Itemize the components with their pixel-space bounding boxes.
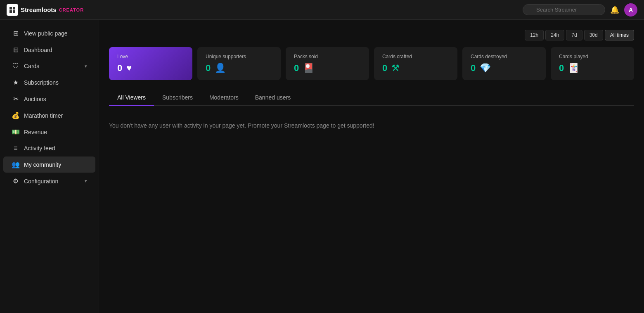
sidebar-item-my-community[interactable]: 👥 My community [3, 156, 95, 173]
sidebar-item-cards[interactable]: 🛡 Cards ▾ [3, 58, 95, 74]
stat-icon-cards-destroyed: 💎 [480, 63, 491, 74]
sidebar-label-subscriptions: Subscriptions [24, 79, 59, 86]
sidebar-icon-cards: 🛡 [12, 62, 20, 70]
sidebar-icon-subscriptions: ★ [12, 78, 20, 86]
sidebar-label-revenue: Revenue [24, 129, 47, 135]
stat-label-unique-supporters: Unique supporters [206, 54, 272, 59]
sidebar-icon-marathon-timer: 💰 [12, 111, 20, 119]
stat-label-cards-crafted: Cards crafted [382, 54, 449, 59]
sidebar-label-dashboard: Dashboard [24, 47, 52, 53]
stat-icon-love: ♥ [126, 63, 132, 74]
stat-icon-cards-crafted: ⚒ [391, 63, 400, 74]
stat-icon-packs-sold: 🎴 [303, 63, 314, 74]
stat-label-cards-played: Cards played [559, 54, 626, 59]
sidebar-item-view-public[interactable]: ⊞ View public page [3, 25, 95, 41]
sidebar-item-revenue[interactable]: 💵 Revenue [3, 124, 95, 140]
creator-badge: CREATOR [59, 7, 84, 12]
sidebar-item-configuration[interactable]: ⚙ Configuration ▾ [3, 173, 95, 189]
stat-value-unique-supporters: 0 [206, 63, 211, 74]
stat-card-unique-supporters: Unique supporters 0 👤 [197, 47, 281, 80]
svg-rect-0 [9, 7, 12, 9]
stat-value-row-love: 0 ♥ [117, 63, 184, 74]
time-filter-all-times[interactable]: All times [605, 30, 634, 40]
stat-label-packs-sold: Packs sold [294, 54, 361, 59]
sidebar: ⊞ View public page ⊟ Dashboard 🛡 Cards ▾… [0, 20, 99, 313]
logo: Streamloots CREATOR [7, 4, 84, 16]
app-name: Streamloots [21, 6, 57, 13]
stat-icon-unique-supporters: 👤 [215, 63, 226, 74]
stat-card-cards-destroyed: Cards destroyed 0 💎 [462, 47, 546, 80]
sidebar-label-activity-feed: Activity feed [24, 145, 55, 152]
search-input[interactable] [523, 4, 605, 15]
stat-value-cards-destroyed: 0 [471, 63, 476, 74]
sidebar-item-dashboard[interactable]: ⊟ Dashboard [3, 42, 95, 58]
community-tab-subscribers[interactable]: Subscribers [154, 90, 201, 106]
sidebar-icon-configuration: ⚙ [12, 177, 20, 185]
stat-value-row-cards-destroyed: 0 💎 [471, 63, 537, 74]
chevron-icon-cards: ▾ [85, 64, 87, 69]
sidebar-icon-revenue: 💵 [12, 128, 20, 136]
topnav: Streamloots CREATOR 🔍 🔔 A [0, 0, 644, 20]
sidebar-label-cards: Cards [24, 63, 39, 69]
svg-rect-2 [9, 10, 12, 13]
stat-label-love: Love [117, 54, 184, 59]
time-filter-7d[interactable]: 7d [566, 30, 582, 40]
search-wrap: 🔍 [523, 4, 605, 15]
time-filter-30d[interactable]: 30d [584, 30, 603, 40]
main-content: 12h24h7d30dAll times Love 0 ♥ Unique sup… [99, 20, 644, 313]
stat-icon-cards-played: 🃏 [568, 63, 579, 74]
sidebar-icon-activity-feed: ≡ [12, 145, 20, 152]
stat-value-row-cards-played: 0 🃏 [559, 63, 626, 74]
time-filter-24h[interactable]: 24h [545, 30, 564, 40]
empty-state-message: You don't have any user with activity in… [109, 114, 634, 137]
chevron-icon-configuration: ▾ [85, 178, 87, 184]
svg-rect-3 [13, 10, 15, 13]
topnav-right: 🔍 🔔 A [523, 3, 637, 17]
sidebar-icon-auctions: ✂ [12, 95, 20, 103]
sidebar-label-marathon-timer: Marathon timer [24, 112, 63, 119]
sidebar-item-auctions[interactable]: ✂ Auctions [3, 91, 95, 107]
sidebar-icon-my-community: 👥 [12, 161, 20, 168]
stat-value-packs-sold: 0 [294, 63, 299, 74]
logo-icon [7, 4, 18, 16]
stat-value-cards-played: 0 [559, 63, 564, 74]
sidebar-item-activity-feed[interactable]: ≡ Activity feed [3, 140, 95, 156]
stat-card-cards-played: Cards played 0 🃏 [551, 47, 634, 80]
stat-card-love: Love 0 ♥ [109, 47, 192, 80]
stat-value-row-unique-supporters: 0 👤 [206, 63, 272, 74]
sidebar-label-auctions: Auctions [24, 96, 46, 102]
community-tab-banned-users[interactable]: Banned users [247, 90, 299, 106]
community-tabs: All ViewersSubscribersModeratorsBanned u… [109, 90, 634, 106]
stat-value-love: 0 [117, 63, 122, 74]
sidebar-icon-dashboard: ⊟ [12, 46, 20, 54]
community-tab-all-viewers[interactable]: All Viewers [109, 90, 154, 106]
stats-row: Love 0 ♥ Unique supporters 0 👤 Packs sol… [109, 47, 634, 80]
sidebar-item-subscriptions[interactable]: ★ Subscriptions [3, 74, 95, 90]
sidebar-item-marathon-timer[interactable]: 💰 Marathon timer [3, 107, 95, 123]
sidebar-label-view-public: View public page [24, 30, 68, 37]
time-filter: 12h24h7d30dAll times [109, 30, 634, 40]
svg-rect-1 [13, 7, 15, 9]
sidebar-icon-view-public: ⊞ [12, 29, 20, 37]
notification-icon[interactable]: 🔔 [610, 5, 619, 14]
stat-value-row-packs-sold: 0 🎴 [294, 63, 361, 74]
sidebar-label-my-community: My community [24, 161, 61, 168]
stat-value-row-cards-crafted: 0 ⚒ [382, 63, 449, 74]
sidebar-label-configuration: Configuration [24, 178, 58, 185]
stat-card-packs-sold: Packs sold 0 🎴 [286, 47, 369, 80]
stat-card-cards-crafted: Cards crafted 0 ⚒ [374, 47, 457, 80]
time-filter-12h[interactable]: 12h [525, 30, 544, 40]
stat-value-cards-crafted: 0 [382, 63, 387, 74]
avatar[interactable]: A [624, 3, 637, 17]
stat-label-cards-destroyed: Cards destroyed [471, 54, 537, 59]
community-tab-moderators[interactable]: Moderators [201, 90, 247, 106]
app-body: ⊞ View public page ⊟ Dashboard 🛡 Cards ▾… [0, 20, 644, 313]
